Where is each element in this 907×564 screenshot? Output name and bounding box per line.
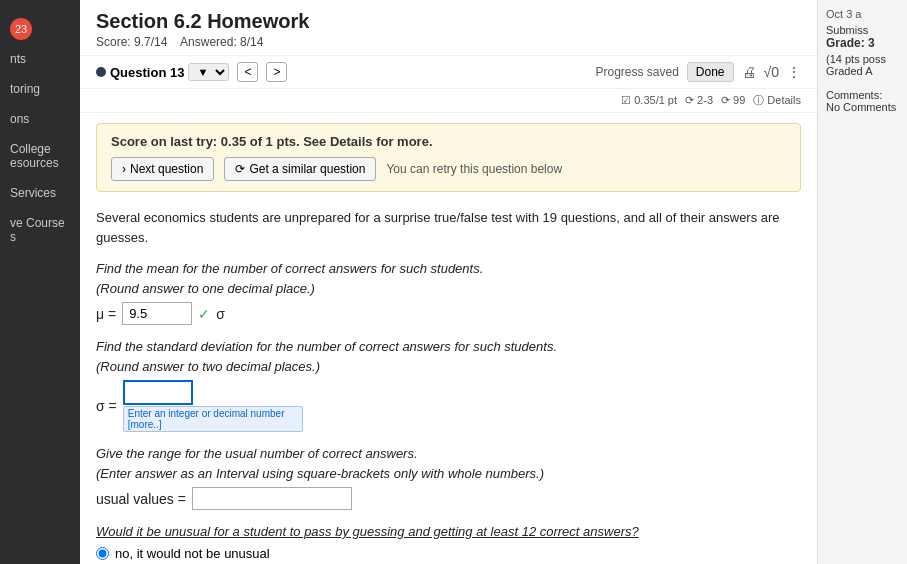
calculator-icon[interactable]: √0	[764, 64, 779, 80]
print-icon[interactable]: 🖨	[742, 64, 756, 80]
part3-range: Give the range for the usual number of c…	[96, 444, 801, 510]
retry-text: You can retry this question below	[386, 162, 562, 176]
submiss-label: Submiss	[826, 24, 899, 36]
question-selector: Question 13 ▼	[96, 63, 229, 81]
radio-no[interactable]	[96, 547, 109, 560]
score-banner: Score on last try: 0.35 of 1 pts. See De…	[96, 123, 801, 192]
usual-label: usual values =	[96, 491, 186, 507]
header-score: Score: 9.7/14 Answered: 8/14	[96, 35, 801, 49]
sigma-input[interactable]	[123, 380, 193, 405]
get-similar-button[interactable]: ⟳ Get a similar question	[224, 157, 376, 181]
pts-possible: (14 pts poss	[826, 53, 899, 65]
question-label: Question 13	[110, 65, 184, 80]
page-header: Section 6.2 Homework Score: 9.7/14 Answe…	[80, 0, 817, 56]
right-panel: Oct 3 a Submiss Grade: 3 (14 pts poss Gr…	[817, 0, 907, 564]
radio-group: no, it would not be unusual yes, it woul…	[96, 546, 801, 565]
sidebar-item-ons[interactable]: ons	[0, 104, 80, 134]
nav-next-button[interactable]: >	[266, 62, 287, 82]
info-row: ☑ 0.35/1 pt ⟳ 2-3 ⟳ 99 ⓘ Details	[80, 89, 817, 113]
part2-stddev: Find the standard deviation for the numb…	[96, 337, 801, 432]
main-content: Section 6.2 Homework Score: 9.7/14 Answe…	[80, 0, 817, 564]
sigma-hint: Enter an integer or decimal number [more…	[123, 406, 303, 432]
sidebar: 23 nts toring ons Collegeesources Servic…	[0, 0, 80, 564]
question-dropdown[interactable]: ▼	[188, 63, 229, 81]
part3-note: (Enter answer as an Interval using squar…	[96, 464, 801, 484]
part4-label: Would it be unusual for a student to pas…	[96, 522, 801, 542]
chevron-right-icon: ›	[122, 162, 126, 176]
sidebar-item-live-course[interactable]: ve Courses	[0, 208, 80, 252]
comments-header: Comments:	[826, 89, 899, 101]
grade-label: Grade: 3	[826, 36, 899, 50]
sidebar-item-college[interactable]: Collegeesources	[0, 134, 80, 178]
toolbar-right: Progress saved Done 🖨 √0 ⋮	[595, 62, 801, 82]
next-question-button[interactable]: › Next question	[111, 157, 214, 181]
done-button[interactable]: Done	[687, 62, 734, 82]
radio-item-no: no, it would not be unusual	[96, 546, 801, 561]
mu-sigma-icon: σ	[216, 306, 225, 322]
usual-values-input[interactable]	[192, 487, 352, 510]
more-icon[interactable]: ⋮	[787, 64, 801, 80]
score-actions: › Next question ⟳ Get a similar question…	[111, 157, 786, 181]
mu-symbol: μ =	[96, 306, 116, 322]
timer-info: ⟳ 99	[721, 94, 745, 107]
part4-unusual: Would it be unusual for a student to pas…	[96, 522, 801, 564]
sidebar-item-toring[interactable]: toring	[0, 74, 80, 104]
toolbar: Question 13 ▼ < > Progress saved Done 🖨 …	[80, 56, 817, 89]
no-comments-label: No Comments	[826, 101, 899, 113]
part2-label: Find the standard deviation for the numb…	[96, 337, 801, 357]
sidebar-item-services[interactable]: Services	[0, 178, 80, 208]
question-content: Several economics students are unprepare…	[80, 202, 817, 564]
mu-input[interactable]	[122, 302, 192, 325]
sigma-symbol: σ =	[96, 398, 117, 414]
part1-note: (Round answer to one decimal place.)	[96, 279, 801, 299]
part3-label: Give the range for the usual number of c…	[96, 444, 801, 464]
mu-check-icon: ✓	[198, 306, 210, 322]
details-link[interactable]: ⓘ Details	[753, 93, 801, 108]
question-main-text: Several economics students are unprepare…	[96, 208, 801, 247]
sigma-input-row: σ = Enter an integer or decimal number […	[96, 380, 801, 432]
sidebar-badge: 23	[10, 18, 32, 40]
page-title: Section 6.2 Homework	[96, 10, 801, 33]
part2-note: (Round answer to two decimal places.)	[96, 357, 801, 377]
score-banner-text: Score on last try: 0.35 of 1 pts. See De…	[111, 134, 786, 149]
question-dot	[96, 67, 106, 77]
part1-label: Find the mean for the number of correct …	[96, 259, 801, 279]
graded-label: Graded A	[826, 65, 899, 77]
radio-no-label: no, it would not be unusual	[115, 546, 270, 561]
progress-saved-label: Progress saved	[595, 65, 678, 79]
sigma-wrapper: Enter an integer or decimal number [more…	[123, 380, 303, 432]
usual-input-row: usual values =	[96, 487, 801, 510]
part1-mean: Find the mean for the number of correct …	[96, 259, 801, 325]
attempts-info: ⟳ 2-3	[685, 94, 713, 107]
score-pts-info: ☑ 0.35/1 pt	[621, 94, 677, 107]
date-label: Oct 3 a	[826, 8, 899, 20]
mu-input-row: μ = ✓ σ	[96, 302, 801, 325]
sidebar-item-nts[interactable]: nts	[0, 44, 80, 74]
refresh-icon: ⟳	[235, 162, 245, 176]
nav-prev-button[interactable]: <	[237, 62, 258, 82]
